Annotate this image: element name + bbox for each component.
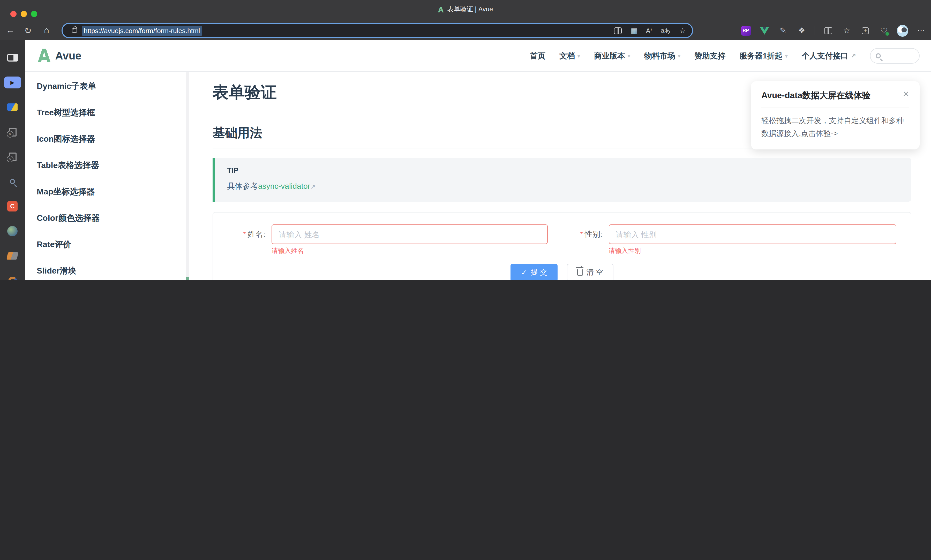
send-to-devices-icon[interactable] (614, 27, 622, 34)
apps-grid-icon[interactable]: ▦ (631, 26, 637, 35)
globe-app-icon[interactable] (7, 226, 18, 236)
url-text[interactable]: https://avuejs.com/form/form-rules.html (82, 26, 202, 35)
tip-text: 具体参考 (227, 182, 258, 191)
collections-icon[interactable]: + (862, 27, 869, 34)
gender-label: *性别: (562, 225, 608, 256)
nav-sponsor[interactable]: 赞助支持 (694, 51, 725, 61)
sidebar-item-dynamic[interactable]: Dynamic子表单 (25, 74, 189, 100)
settings-more-icon[interactable]: ⋯ (916, 25, 927, 36)
window-title: A 表单验证 | Avue (0, 5, 931, 14)
back-icon[interactable]: ← (3, 21, 18, 40)
site-thumbnail-icon[interactable] (7, 103, 18, 111)
titlebar: A 表单验证 | Avue (0, 0, 931, 21)
extension-icon[interactable]: ❖ (796, 25, 807, 36)
section-heading-basic: 基础用法 (212, 126, 262, 140)
avue-logo-icon: A (438, 5, 444, 14)
browser-sidebar-strip: ▶ C DSM A + (0, 40, 25, 280)
c-app-icon[interactable]: C (7, 201, 18, 211)
profile-avatar[interactable] (897, 25, 908, 37)
closed-doc-icon[interactable] (9, 128, 16, 136)
sidebar-item-tree[interactable]: Tree树型选择框 (25, 100, 189, 126)
vue-devtools-icon[interactable] (760, 27, 769, 34)
gender-input[interactable] (608, 225, 896, 244)
close-icon[interactable]: ✕ (903, 90, 909, 98)
extensions-row: RP ✎ ❖ ☆ + ♡ ⋯ (740, 21, 927, 40)
notification-card: Avue-data数据大屏在线体验 ✕ 轻松拖拽二次开发，支持自定义组件和多种数… (751, 81, 920, 149)
tip-title: TIP (227, 166, 899, 174)
refresh-icon[interactable]: ↻ (21, 21, 35, 40)
sidebar-scrollbar-thumb[interactable] (186, 277, 189, 280)
nav-home[interactable]: 首页 (530, 51, 545, 61)
read-aloud-icon[interactable]: A⁾ (646, 27, 652, 34)
name-input[interactable] (272, 225, 548, 244)
sidebar-item-table[interactable]: Table表格选择器 (25, 152, 189, 179)
toolbar-divider (815, 26, 815, 35)
rp-extension-icon[interactable]: RP (741, 26, 751, 35)
avue-logo-icon: A (38, 47, 51, 65)
favorite-star-icon[interactable]: ☆ (679, 26, 686, 35)
nav-market[interactable]: 物料市场▾ (644, 51, 680, 61)
chevron-down-icon: ▾ (678, 53, 680, 59)
nav-docs[interactable]: 文档▾ (559, 51, 580, 61)
sidebar-toggle-icon[interactable] (7, 54, 18, 61)
name-label: *姓名: (213, 225, 272, 256)
sidebar-scrollbar-track[interactable] (186, 72, 189, 280)
site-header: A Avue 首页 文档▾ 商业版本▾ 物料市场▾ 赞助支持 服务器1折起▾ 个… (25, 40, 931, 72)
notification-body[interactable]: 轻松拖拽二次开发，支持自定义组件和多种数据源接入,点击体验-> (761, 114, 909, 140)
favorites-icon[interactable]: ☆ (841, 25, 853, 36)
sidebar-item-map[interactable]: Map坐标选择器 (25, 179, 189, 205)
external-link-icon: ↗ (310, 183, 315, 191)
media-tab-icon[interactable]: ▶ (4, 76, 21, 88)
brand-logo[interactable]: A Avue (38, 48, 82, 64)
notification-title: Avue-data数据大屏在线体验 (761, 90, 871, 102)
submit-button[interactable]: ✓提 交 (511, 264, 557, 280)
split-screen-icon[interactable] (824, 27, 832, 34)
chevron-down-icon: ▾ (577, 53, 580, 59)
gender-error-text: 请输入性别 (608, 247, 896, 256)
top-nav: 首页 文档▾ 商业版本▾ 物料市场▾ 赞助支持 服务器1折起▾ 个人支付接口↗ (530, 48, 920, 64)
nav-pay-api[interactable]: 个人支付接口↗ (802, 51, 856, 61)
screen: A 表单验证 | Avue ← ↻ ⌂ https://avuejs.com/f… (0, 0, 931, 280)
lock-icon (72, 28, 77, 32)
pen-extension-icon[interactable]: ✎ (777, 25, 789, 36)
browser-toolbar: ← ↻ ⌂ https://avuejs.com/form/form-rules… (0, 21, 931, 40)
address-bar[interactable]: https://avuejs.com/form/form-rules.html … (62, 23, 693, 38)
home-icon[interactable]: ⌂ (39, 21, 54, 40)
clear-button[interactable]: 清 空 (567, 264, 613, 280)
browser-essentials-icon[interactable]: ♡ (880, 26, 888, 35)
translate-icon[interactable]: aあ (661, 26, 671, 35)
closed-doc-icon[interactable] (9, 152, 16, 161)
external-link-icon: ↗ (851, 52, 856, 60)
sidebar-item-color[interactable]: Color颜色选择器 (25, 205, 189, 232)
chevron-down-icon: ▾ (628, 53, 630, 59)
web-page: A Avue 首页 文档▾ 商业版本▾ 物料市场▾ 赞助支持 服务器1折起▾ 个… (25, 40, 931, 280)
example-card-basic: *姓名: 请输入姓名 *性别: 请输入性别 (212, 212, 911, 280)
blocks-app-icon[interactable] (6, 252, 18, 260)
ring-app-icon[interactable] (8, 276, 17, 280)
sidebar-item-slider[interactable]: Slider滑块 (25, 258, 189, 280)
chevron-down-icon: ▾ (785, 53, 788, 59)
tip-box: TIP 具体参考async-validator↗ (212, 158, 911, 202)
search-app-icon[interactable] (10, 179, 15, 184)
name-error-text: 请输入姓名 (272, 247, 548, 256)
sidebar-item-icon[interactable]: Icon图标选择器 (25, 126, 189, 152)
check-icon: ✓ (521, 269, 527, 277)
nav-commercial[interactable]: 商业版本▾ (594, 51, 630, 61)
docs-sidebar: Dynamic子表单 Tree树型选择框 Icon图标选择器 Table表格选择… (25, 72, 189, 280)
async-validator-link[interactable]: async-validator (258, 182, 310, 191)
site-search-input[interactable] (870, 48, 920, 64)
brand-name: Avue (55, 50, 82, 62)
sidebar-item-rate[interactable]: Rate评价 (25, 232, 189, 258)
nav-server-sale[interactable]: 服务器1折起▾ (739, 51, 788, 61)
trash-icon (577, 270, 583, 276)
search-icon (876, 53, 881, 58)
window-title-text: 表单验证 | Avue (447, 5, 493, 14)
